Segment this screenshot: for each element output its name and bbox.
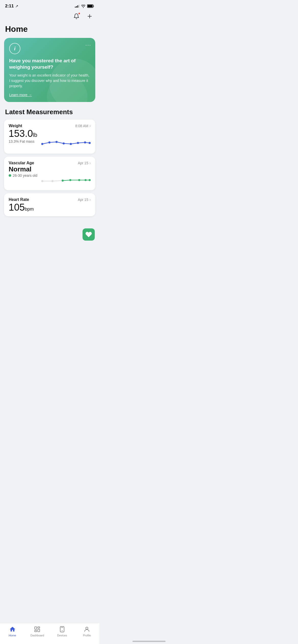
svg-point-15 [69, 179, 71, 181]
svg-point-16 [78, 179, 80, 181]
promo-title: Have you mastered the art of weighing yo… [9, 58, 90, 70]
add-button[interactable] [85, 12, 94, 21]
svg-point-10 [84, 141, 86, 143]
weight-time: 8:08 AM › [75, 124, 91, 128]
info-icon-circle: i [9, 43, 20, 54]
chevron-right-icon: › [89, 161, 91, 165]
weight-card[interactable]: Weight 153.0lb 13.3% Fat mass 8:08 AM › [4, 120, 95, 154]
vascular-value: Normal [9, 166, 78, 172]
svg-point-12 [41, 180, 43, 182]
svg-point-9 [77, 142, 79, 144]
svg-point-4 [41, 143, 43, 145]
heart-rate-value: 105bpm [9, 202, 78, 212]
heart-rate-time: Apr 15 › [78, 197, 91, 202]
header-actions [0, 11, 99, 23]
svg-point-11 [89, 142, 91, 144]
vascular-time: Apr 15 › [78, 161, 91, 165]
heart-icon [85, 231, 92, 238]
heart-icon-bg [83, 228, 95, 241]
svg-point-6 [56, 141, 58, 143]
measurements-section-title: Latest Measurements [0, 108, 99, 120]
promo-more-button[interactable]: ··· [85, 42, 91, 48]
svg-point-17 [85, 179, 87, 181]
heart-rate-label: Heart Rate [9, 197, 78, 202]
svg-point-13 [51, 180, 53, 182]
status-icons [75, 4, 94, 8]
promo-description: Your weight is an excellent indicator of… [9, 73, 90, 89]
vascular-label: Vascular Age [9, 161, 78, 165]
svg-point-5 [48, 141, 50, 143]
chevron-right-icon: › [89, 197, 91, 202]
status-time: 2:11 [5, 4, 14, 9]
wifi-icon-svg [81, 4, 86, 8]
svg-point-8 [70, 143, 72, 145]
page-title: Home [0, 23, 99, 38]
green-dot-icon [9, 174, 11, 177]
signal-bars [75, 5, 79, 8]
vascular-age-card[interactable]: Vascular Age Normal 26-30 years old Apr … [4, 157, 95, 190]
plus-icon [87, 13, 93, 19]
weight-chart [40, 137, 91, 150]
notification-button[interactable] [72, 12, 81, 21]
chevron-right-icon: › [89, 124, 91, 128]
location-icon: ↗ [15, 4, 18, 8]
vascular-chart [40, 173, 91, 186]
svg-point-7 [63, 142, 65, 144]
heart-rate-card[interactable]: Heart Rate 105bpm Apr 15 › [4, 193, 95, 216]
promo-card[interactable]: ··· i Have you mastered the art of weigh… [4, 38, 95, 102]
svg-point-14 [62, 180, 64, 182]
svg-rect-1 [88, 5, 93, 7]
status-bar: 2:11 ↗ [0, 0, 99, 11]
info-icon-text: i [14, 46, 16, 52]
battery-icon [87, 4, 94, 8]
svg-point-18 [89, 179, 91, 181]
heart-icon-container [83, 228, 95, 241]
learn-more-link[interactable]: Learn more → [9, 93, 90, 97]
weight-label: Weight [9, 124, 75, 128]
notification-dot [78, 12, 80, 15]
